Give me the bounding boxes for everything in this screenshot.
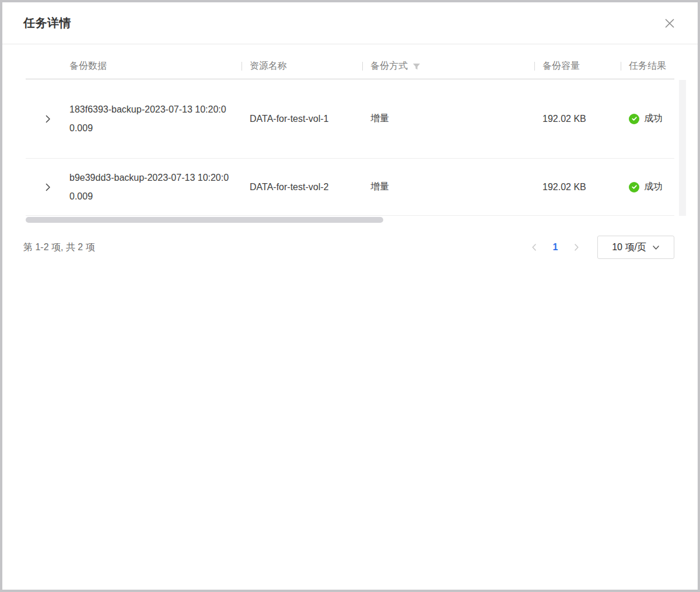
column-separator [621, 62, 621, 71]
page-size-value: 10 项/页 [612, 241, 646, 254]
header-label: 资源名称 [250, 60, 287, 72]
dialog-title: 任务详情 [23, 15, 71, 31]
chevron-right-icon [44, 115, 52, 123]
column-separator [362, 62, 363, 71]
backup-method-cell: 增量 [362, 181, 534, 193]
table-header-row: 备份数据 资源名称 备份方式 备份容量 任务结果 [26, 54, 674, 79]
dialog-header: 任务详情 [2, 2, 698, 44]
status-badge: 成功 [629, 181, 663, 193]
header-backup-method: 备份方式 [362, 60, 534, 72]
column-separator [242, 62, 242, 71]
header-label: 备份方式 [370, 60, 408, 72]
resource-name-cell: DATA-for-test-vol-2 [242, 182, 362, 192]
next-page-button[interactable] [568, 239, 584, 255]
backup-method-cell: 增量 [362, 113, 534, 125]
prev-page-button[interactable] [526, 239, 542, 255]
backup-data-cell: b9e39dd3-backup-2023-07-13 10:20:00.009 [69, 169, 242, 206]
check-circle-icon [629, 182, 639, 192]
expand-row-button[interactable] [40, 179, 56, 195]
horizontal-scrollbar-track[interactable] [26, 217, 674, 223]
pager-controls: 1 10 项/页 [526, 236, 674, 259]
chevron-right-icon [44, 183, 52, 191]
header-backup-size: 备份容量 [534, 60, 621, 72]
backup-size-cell: 192.02 KB [534, 114, 621, 124]
table-vertical-scrollbar-track[interactable] [679, 80, 686, 216]
expand-row-button[interactable] [40, 111, 56, 127]
status-text: 成功 [644, 113, 663, 125]
table-row: 183f6393-backup-2023-07-13 10:20:00.009 … [26, 79, 674, 159]
page-size-select[interactable]: 10 项/页 [597, 236, 674, 259]
chevron-down-icon [652, 244, 660, 251]
funnel-filter-icon[interactable] [412, 62, 421, 71]
backup-size-cell: 192.02 KB [534, 182, 621, 192]
backup-data-cell: 183f6393-backup-2023-07-13 10:20:00.009 [69, 100, 242, 138]
chevron-left-icon [530, 243, 538, 251]
pagination-summary: 第 1-2 项, 共 2 项 [23, 241, 95, 254]
header-task-result: 任务结果 [621, 60, 679, 72]
status-badge: 成功 [629, 113, 663, 125]
header-resource-name: 资源名称 [242, 60, 362, 72]
column-separator [534, 62, 535, 71]
horizontal-scrollbar-thumb[interactable] [26, 217, 383, 223]
header-backup-data: 备份数据 [69, 60, 242, 72]
check-circle-icon [629, 114, 639, 124]
status-text: 成功 [644, 181, 663, 193]
task-details-table: 备份数据 资源名称 备份方式 备份容量 任务结果 [26, 54, 674, 216]
resource-name-cell: DATA-for-test-vol-1 [242, 114, 362, 124]
close-icon [663, 17, 676, 30]
close-button[interactable] [662, 15, 678, 31]
task-details-dialog: 任务详情 备份数据 资源名称 备份方式 [0, 0, 700, 592]
pagination-bar: 第 1-2 项, 共 2 项 1 10 项/页 [23, 236, 674, 259]
chevron-right-icon [572, 243, 580, 251]
header-label: 任务结果 [629, 60, 666, 72]
header-label: 备份容量 [542, 60, 580, 72]
page-number-1[interactable]: 1 [547, 239, 564, 255]
table-row: b9e39dd3-backup-2023-07-13 10:20:00.009 … [26, 159, 674, 216]
header-label: 备份数据 [69, 60, 107, 72]
